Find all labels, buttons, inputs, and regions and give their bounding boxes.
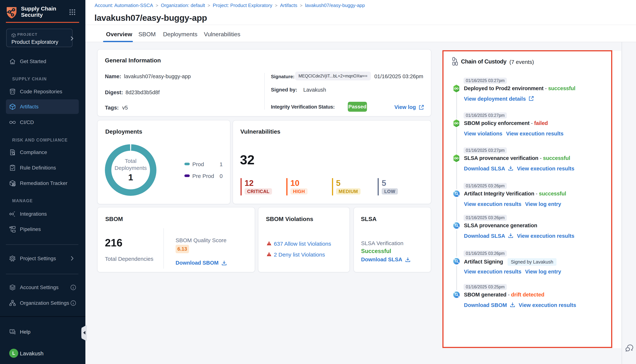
svg-text:?: ? bbox=[12, 330, 13, 333]
